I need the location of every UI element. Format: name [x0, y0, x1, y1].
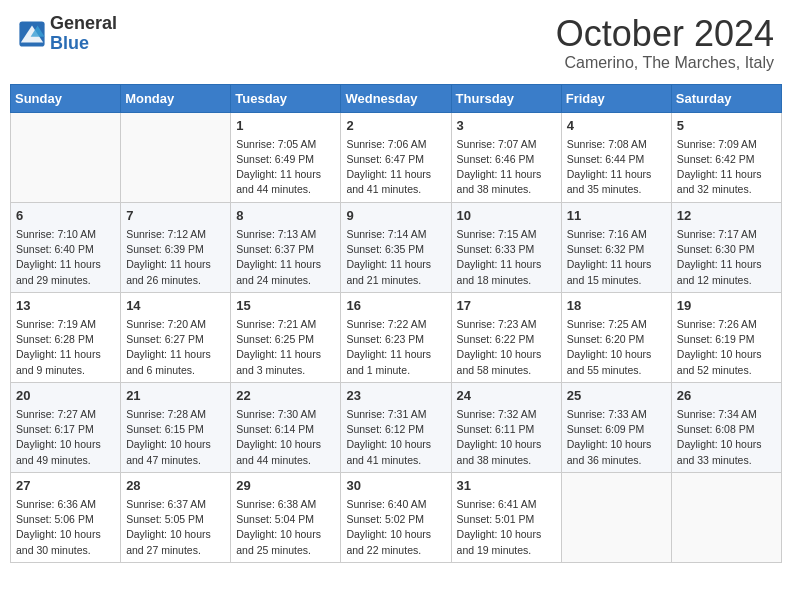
day-info: Sunrise: 7:27 AMSunset: 6:17 PMDaylight:…: [16, 407, 115, 468]
day-info: Sunrise: 7:13 AMSunset: 6:37 PMDaylight:…: [236, 227, 335, 288]
calendar-table: SundayMondayTuesdayWednesdayThursdayFrid…: [10, 84, 782, 563]
calendar-day-cell: 26Sunrise: 7:34 AMSunset: 6:08 PMDayligh…: [671, 382, 781, 472]
day-number: 24: [457, 387, 556, 405]
calendar-day-cell: 9Sunrise: 7:14 AMSunset: 6:35 PMDaylight…: [341, 202, 451, 292]
day-info: Sunrise: 7:05 AMSunset: 6:49 PMDaylight:…: [236, 137, 335, 198]
weekday-header-cell: Saturday: [671, 84, 781, 112]
day-number: 30: [346, 477, 445, 495]
day-number: 20: [16, 387, 115, 405]
day-number: 25: [567, 387, 666, 405]
location: Camerino, The Marches, Italy: [556, 54, 774, 72]
calendar-day-cell: 16Sunrise: 7:22 AMSunset: 6:23 PMDayligh…: [341, 292, 451, 382]
logo-blue-text: Blue: [50, 34, 117, 54]
day-number: 18: [567, 297, 666, 315]
day-number: 22: [236, 387, 335, 405]
calendar-day-cell: 11Sunrise: 7:16 AMSunset: 6:32 PMDayligh…: [561, 202, 671, 292]
calendar-day-cell: 5Sunrise: 7:09 AMSunset: 6:42 PMDaylight…: [671, 112, 781, 202]
weekday-header-cell: Tuesday: [231, 84, 341, 112]
calendar-day-cell: [11, 112, 121, 202]
weekday-header-cell: Sunday: [11, 84, 121, 112]
day-number: 17: [457, 297, 556, 315]
day-number: 15: [236, 297, 335, 315]
calendar-day-cell: 14Sunrise: 7:20 AMSunset: 6:27 PMDayligh…: [121, 292, 231, 382]
calendar-week-row: 6Sunrise: 7:10 AMSunset: 6:40 PMDaylight…: [11, 202, 782, 292]
calendar-day-cell: [671, 472, 781, 562]
day-info: Sunrise: 7:23 AMSunset: 6:22 PMDaylight:…: [457, 317, 556, 378]
day-number: 13: [16, 297, 115, 315]
calendar-week-row: 20Sunrise: 7:27 AMSunset: 6:17 PMDayligh…: [11, 382, 782, 472]
calendar-week-row: 1Sunrise: 7:05 AMSunset: 6:49 PMDaylight…: [11, 112, 782, 202]
day-info: Sunrise: 7:21 AMSunset: 6:25 PMDaylight:…: [236, 317, 335, 378]
calendar-day-cell: 4Sunrise: 7:08 AMSunset: 6:44 PMDaylight…: [561, 112, 671, 202]
day-number: 19: [677, 297, 776, 315]
logo-general-text: General: [50, 14, 117, 34]
day-info: Sunrise: 7:32 AMSunset: 6:11 PMDaylight:…: [457, 407, 556, 468]
day-number: 21: [126, 387, 225, 405]
day-number: 23: [346, 387, 445, 405]
day-info: Sunrise: 6:37 AMSunset: 5:05 PMDaylight:…: [126, 497, 225, 558]
calendar-day-cell: 28Sunrise: 6:37 AMSunset: 5:05 PMDayligh…: [121, 472, 231, 562]
day-info: Sunrise: 6:36 AMSunset: 5:06 PMDaylight:…: [16, 497, 115, 558]
day-info: Sunrise: 7:33 AMSunset: 6:09 PMDaylight:…: [567, 407, 666, 468]
weekday-header-cell: Monday: [121, 84, 231, 112]
day-info: Sunrise: 7:30 AMSunset: 6:14 PMDaylight:…: [236, 407, 335, 468]
day-info: Sunrise: 7:22 AMSunset: 6:23 PMDaylight:…: [346, 317, 445, 378]
page-header: General Blue October 2024 Camerino, The …: [10, 10, 782, 76]
day-info: Sunrise: 7:09 AMSunset: 6:42 PMDaylight:…: [677, 137, 776, 198]
logo-icon: [18, 20, 46, 48]
calendar-day-cell: 17Sunrise: 7:23 AMSunset: 6:22 PMDayligh…: [451, 292, 561, 382]
calendar-day-cell: 18Sunrise: 7:25 AMSunset: 6:20 PMDayligh…: [561, 292, 671, 382]
calendar-day-cell: 19Sunrise: 7:26 AMSunset: 6:19 PMDayligh…: [671, 292, 781, 382]
weekday-header-row: SundayMondayTuesdayWednesdayThursdayFrid…: [11, 84, 782, 112]
day-info: Sunrise: 7:19 AMSunset: 6:28 PMDaylight:…: [16, 317, 115, 378]
calendar-day-cell: 10Sunrise: 7:15 AMSunset: 6:33 PMDayligh…: [451, 202, 561, 292]
calendar-week-row: 27Sunrise: 6:36 AMSunset: 5:06 PMDayligh…: [11, 472, 782, 562]
calendar-day-cell: 12Sunrise: 7:17 AMSunset: 6:30 PMDayligh…: [671, 202, 781, 292]
calendar-day-cell: 8Sunrise: 7:13 AMSunset: 6:37 PMDaylight…: [231, 202, 341, 292]
calendar-day-cell: 13Sunrise: 7:19 AMSunset: 6:28 PMDayligh…: [11, 292, 121, 382]
day-info: Sunrise: 7:06 AMSunset: 6:47 PMDaylight:…: [346, 137, 445, 198]
calendar-day-cell: 29Sunrise: 6:38 AMSunset: 5:04 PMDayligh…: [231, 472, 341, 562]
day-number: 31: [457, 477, 556, 495]
day-number: 5: [677, 117, 776, 135]
day-info: Sunrise: 7:25 AMSunset: 6:20 PMDaylight:…: [567, 317, 666, 378]
day-number: 9: [346, 207, 445, 225]
day-number: 11: [567, 207, 666, 225]
day-number: 3: [457, 117, 556, 135]
day-info: Sunrise: 7:08 AMSunset: 6:44 PMDaylight:…: [567, 137, 666, 198]
calendar-day-cell: 6Sunrise: 7:10 AMSunset: 6:40 PMDaylight…: [11, 202, 121, 292]
calendar-day-cell: 23Sunrise: 7:31 AMSunset: 6:12 PMDayligh…: [341, 382, 451, 472]
calendar-week-row: 13Sunrise: 7:19 AMSunset: 6:28 PMDayligh…: [11, 292, 782, 382]
day-number: 1: [236, 117, 335, 135]
calendar-day-cell: 30Sunrise: 6:40 AMSunset: 5:02 PMDayligh…: [341, 472, 451, 562]
calendar-body: 1Sunrise: 7:05 AMSunset: 6:49 PMDaylight…: [11, 112, 782, 562]
day-info: Sunrise: 7:15 AMSunset: 6:33 PMDaylight:…: [457, 227, 556, 288]
day-info: Sunrise: 7:26 AMSunset: 6:19 PMDaylight:…: [677, 317, 776, 378]
day-number: 26: [677, 387, 776, 405]
day-number: 4: [567, 117, 666, 135]
day-number: 10: [457, 207, 556, 225]
weekday-header-cell: Wednesday: [341, 84, 451, 112]
calendar-day-cell: 24Sunrise: 7:32 AMSunset: 6:11 PMDayligh…: [451, 382, 561, 472]
day-info: Sunrise: 7:34 AMSunset: 6:08 PMDaylight:…: [677, 407, 776, 468]
calendar-day-cell: 31Sunrise: 6:41 AMSunset: 5:01 PMDayligh…: [451, 472, 561, 562]
calendar-day-cell: 27Sunrise: 6:36 AMSunset: 5:06 PMDayligh…: [11, 472, 121, 562]
day-number: 6: [16, 207, 115, 225]
day-info: Sunrise: 7:14 AMSunset: 6:35 PMDaylight:…: [346, 227, 445, 288]
calendar-day-cell: 20Sunrise: 7:27 AMSunset: 6:17 PMDayligh…: [11, 382, 121, 472]
day-info: Sunrise: 7:31 AMSunset: 6:12 PMDaylight:…: [346, 407, 445, 468]
day-info: Sunrise: 7:17 AMSunset: 6:30 PMDaylight:…: [677, 227, 776, 288]
day-info: Sunrise: 7:07 AMSunset: 6:46 PMDaylight:…: [457, 137, 556, 198]
calendar-day-cell: 1Sunrise: 7:05 AMSunset: 6:49 PMDaylight…: [231, 112, 341, 202]
day-info: Sunrise: 7:10 AMSunset: 6:40 PMDaylight:…: [16, 227, 115, 288]
day-info: Sunrise: 7:16 AMSunset: 6:32 PMDaylight:…: [567, 227, 666, 288]
weekday-header-cell: Friday: [561, 84, 671, 112]
day-info: Sunrise: 6:38 AMSunset: 5:04 PMDaylight:…: [236, 497, 335, 558]
calendar-day-cell: 2Sunrise: 7:06 AMSunset: 6:47 PMDaylight…: [341, 112, 451, 202]
calendar-day-cell: [561, 472, 671, 562]
day-number: 28: [126, 477, 225, 495]
day-number: 16: [346, 297, 445, 315]
weekday-header-cell: Thursday: [451, 84, 561, 112]
day-info: Sunrise: 7:12 AMSunset: 6:39 PMDaylight:…: [126, 227, 225, 288]
day-number: 27: [16, 477, 115, 495]
